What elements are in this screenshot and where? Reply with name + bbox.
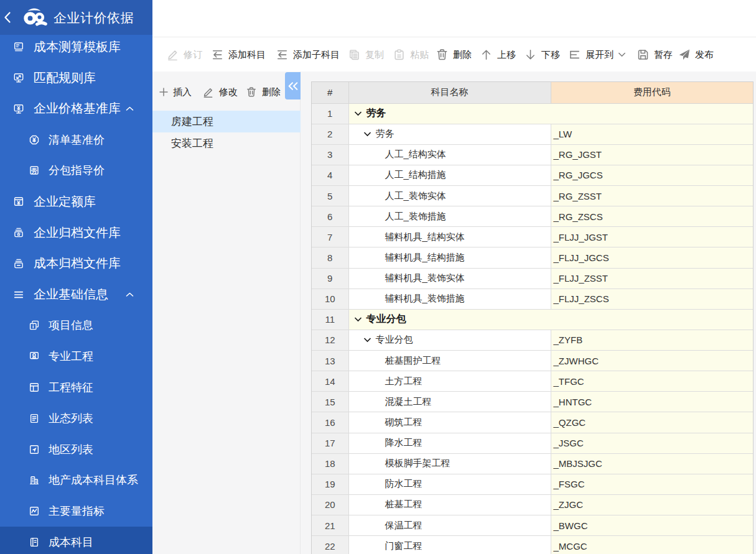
svg-text:劳: 劳 (31, 167, 37, 174)
